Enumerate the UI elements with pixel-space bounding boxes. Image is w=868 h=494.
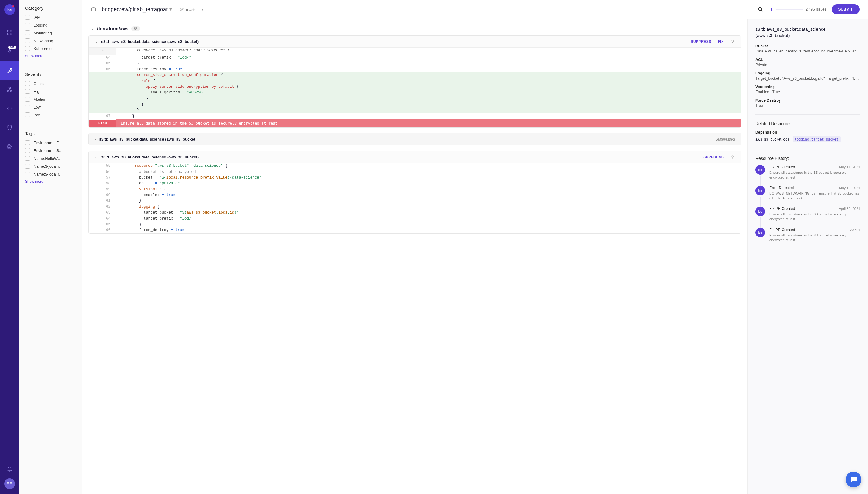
checkbox[interactable] [25, 172, 30, 176]
checkbox[interactable] [25, 81, 30, 86]
issue-header[interactable]: ⌄ s3.tf: aws_s3_bucket.data_science (aws… [89, 151, 741, 163]
tags-title: Tags [25, 131, 76, 136]
branch-icon [180, 7, 184, 12]
filter-tag[interactable]: Environment:$… [25, 148, 76, 153]
checkbox[interactable] [25, 89, 30, 94]
checkbox[interactable] [25, 97, 30, 102]
svg-rect-1 [10, 30, 12, 32]
severity-title: Severity [25, 72, 76, 77]
code-icon [7, 106, 13, 112]
fix-button[interactable]: FIX [718, 39, 724, 44]
nav-rail: bc 205 MM [0, 0, 19, 494]
checkbox[interactable] [25, 113, 30, 117]
nav-security[interactable] [0, 118, 19, 137]
chevron-down-icon: ⌄ [95, 155, 98, 159]
svg-point-8 [181, 7, 181, 8]
checkbox[interactable] [25, 164, 30, 169]
filter-tag[interactable]: Name:${local.r… [25, 164, 76, 169]
issues-list[interactable]: ⌄ /terraform/aws 85 ⌄ s3.tf: aws_s3_buck… [82, 19, 747, 494]
logo[interactable]: bc [4, 4, 15, 15]
filter-iam[interactable]: IAM [25, 15, 76, 20]
tags-show-more[interactable]: Show more [25, 179, 76, 184]
svg-rect-5 [7, 91, 9, 92]
checkbox[interactable] [25, 156, 30, 161]
nav-supply-chain[interactable] [0, 80, 19, 99]
filter-tag[interactable]: Name:${local.r… [25, 172, 76, 176]
chevron-down-icon: ⌄ [95, 39, 98, 44]
suppressed-label: Suppressed [716, 137, 735, 141]
issue-header[interactable]: ⌄ s3.tf: aws_s3_bucket.data_science (aws… [89, 36, 741, 48]
checkbox[interactable] [25, 38, 30, 43]
filter-tag[interactable]: Environment:D… [25, 140, 76, 145]
related-resources-title: Related Resources: [755, 121, 860, 126]
filter-logging[interactable]: Logging [25, 23, 76, 27]
suppress-button[interactable]: SUPPRESS [691, 39, 712, 44]
checkbox[interactable] [25, 23, 30, 27]
category-show-more[interactable]: Show more [25, 54, 76, 58]
filter-monitoring[interactable]: Monitoring [25, 31, 76, 35]
chat-fab[interactable] [846, 472, 861, 487]
history-item[interactable]: bc Fix PR CreatedMay 11, 2021 Ensure all… [755, 165, 860, 180]
checkbox[interactable] [25, 148, 30, 153]
user-avatar[interactable]: MM [4, 478, 15, 489]
checkbox[interactable] [25, 46, 30, 51]
dependency-target: logging.target_bucket [793, 136, 841, 142]
details-title: s3.tf: aws_s3_bucket.data_science (aws_s… [755, 26, 860, 39]
svg-rect-6 [10, 91, 12, 92]
filter-info[interactable]: Info [25, 113, 76, 117]
filter-high[interactable]: High [25, 89, 76, 94]
issue-banner: HIGH Ensure all data stored in the S3 bu… [89, 119, 741, 127]
filter-low[interactable]: Low [25, 104, 76, 110]
issue-header[interactable]: › s3.tf: aws_s3_bucket.data_science (aws… [89, 133, 741, 145]
svg-rect-2 [7, 33, 9, 35]
issue-card: ⌄ s3.tf: aws_s3_bucket.data_science (aws… [89, 151, 741, 234]
nav-dashboard[interactable] [0, 23, 19, 42]
nav-projects[interactable] [0, 61, 19, 80]
filter-networking[interactable]: Networking [25, 38, 76, 43]
chat-icon [850, 476, 857, 483]
nav-code[interactable] [0, 99, 19, 118]
checkbox[interactable] [25, 31, 30, 35]
history-item[interactable]: bc Fix PR CreatedApril 30, 2021 Ensure a… [755, 207, 860, 221]
grid-icon [7, 30, 13, 36]
history-item[interactable]: bc Error DetectedMay 10, 2021 BC_AWS_NET… [755, 186, 860, 201]
filters-sidebar: Category IAM Logging Monitoring Networki… [19, 0, 82, 494]
history-item[interactable]: bc Fix PR CreatedApril 1 Ensure all data… [755, 228, 860, 243]
svg-rect-3 [10, 33, 12, 35]
checkbox[interactable] [25, 104, 30, 110]
filter-tag[interactable]: Name:HelloW… [25, 156, 76, 161]
progress-bar [776, 9, 803, 10]
issue-card: › s3.tf: aws_s3_bucket.data_science (aws… [89, 133, 741, 145]
svg-point-11 [758, 7, 762, 11]
issues-count: 2 / 95 Issues [806, 7, 826, 12]
nav-incidents[interactable]: 205 [0, 42, 19, 61]
dependency-row[interactable]: aws_s3_bucket.logs logging.target_bucket [755, 136, 860, 142]
checkbox[interactable] [25, 140, 30, 145]
suppress-button[interactable]: SUPPRESS [703, 155, 724, 159]
branch-selector[interactable]: master ▾ [180, 7, 204, 12]
svg-point-10 [183, 8, 184, 9]
chevron-right-icon: › [95, 137, 96, 141]
submit-button[interactable]: SUBMIT [832, 4, 860, 15]
filter-critical[interactable]: Critical [25, 81, 76, 86]
progress: ▮ 2 / 95 Issues [771, 7, 826, 12]
history-avatar: bc [755, 165, 765, 175]
checkbox[interactable] [25, 15, 30, 20]
nav-notifications[interactable] [0, 459, 19, 478]
nav-integrations[interactable] [0, 137, 19, 156]
chevron-down-icon: ▾ [202, 7, 204, 12]
search-button[interactable] [756, 5, 765, 14]
svg-rect-0 [7, 30, 9, 32]
lightbulb-icon[interactable] [731, 155, 735, 159]
filter-kubernetes[interactable]: Kubernetes [25, 46, 76, 51]
details-panel[interactable]: s3.tf: aws_s3_bucket.data_science (aws_s… [747, 19, 868, 494]
repo-selector[interactable]: bridgecrew/gitlab_terragoat▾ [102, 6, 172, 13]
svg-rect-7 [92, 8, 95, 12]
filter-medium[interactable]: Medium [25, 97, 76, 102]
issue-count-chip: 85 [131, 26, 140, 31]
lightbulb-icon[interactable] [731, 39, 735, 44]
history-avatar: bc [755, 228, 765, 238]
collapse-toggle[interactable]: ⌃ [89, 48, 116, 55]
repo-icon [91, 7, 96, 12]
path-header[interactable]: ⌄ /terraform/aws 85 [89, 22, 741, 35]
